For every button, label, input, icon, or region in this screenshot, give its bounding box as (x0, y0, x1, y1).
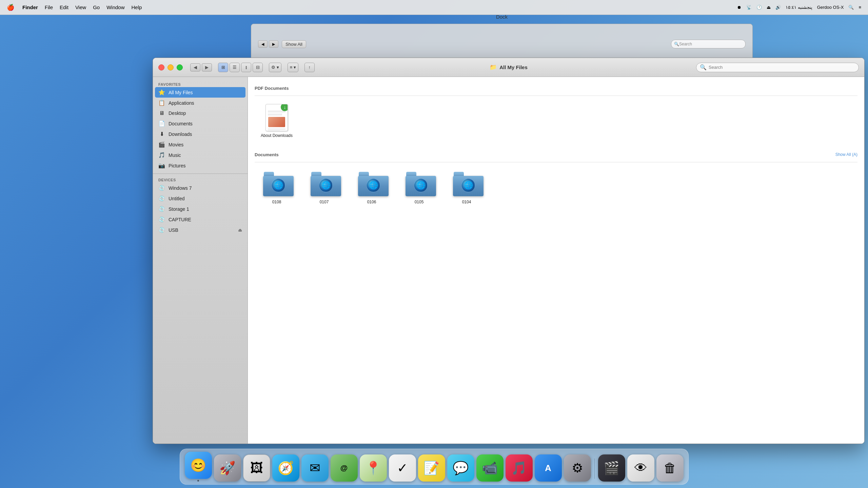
sidebar-item-storage1[interactable]: 💿 Storage 1 (153, 204, 248, 214)
dock-panel-back[interactable]: ◀ (258, 40, 268, 48)
menu-view[interactable]: View (75, 4, 86, 10)
menubar-time: ۱٥:٤۱ پنجشنبه (786, 5, 812, 10)
file-item-0108[interactable]: 0108 (258, 170, 295, 205)
dock-item-launchpad[interactable]: 🚀 (214, 454, 241, 482)
dock-panel-search[interactable]: 🔍 Search (671, 40, 746, 48)
file-item-0104[interactable]: 0104 (448, 170, 485, 205)
dock-item-dvdplayer[interactable]: 🎬 (598, 454, 625, 482)
eject-button[interactable]: ⏏ (238, 227, 242, 232)
sidebar-item-untitled[interactable]: 💿 Untitled (153, 193, 248, 204)
dock-item-preview[interactable]: 👁 (627, 454, 654, 482)
sidebar-item-all-my-files[interactable]: ⭐ All My Files (155, 87, 245, 98)
apple-menu[interactable]: 🍎 (7, 4, 14, 11)
dock-item-address-book[interactable]: @ (331, 454, 358, 482)
menu-window[interactable]: Window (106, 4, 124, 10)
sidebar-item-movies[interactable]: 🎬 Movies (153, 139, 248, 150)
dock-item-finder[interactable]: 😊 (185, 452, 212, 482)
search-icon: 🔍 (700, 64, 707, 70)
file-name-0104: 0104 (462, 200, 471, 205)
sidebar-section-favorites: FAVORITES (153, 81, 248, 87)
file-item-0105[interactable]: 0105 (400, 170, 438, 205)
dock-divider (594, 459, 595, 479)
dock-icon-reminders: ✓ (389, 454, 416, 482)
arrange-button[interactable]: ≡ ▾ (288, 63, 298, 72)
sidebar-item-music[interactable]: 🎵 Music (153, 150, 248, 160)
menubar-search[interactable]: 🔍 (848, 5, 854, 10)
sidebar-item-documents[interactable]: 📄 Documents (153, 118, 248, 129)
dock-item-trash[interactable]: 🗑 (656, 454, 684, 482)
file-name-about-downloads: About Downloads (261, 133, 293, 139)
forward-button[interactable]: ▶ (202, 63, 212, 72)
file-item-0106[interactable]: 0106 (353, 170, 390, 205)
dock-item-mail[interactable]: ✉ (301, 454, 329, 482)
sidebar-section-devices: DEVICES (153, 177, 248, 183)
menubar: 🍎 Finder File Edit View Go Window Help ⏺… (0, 0, 868, 15)
sidebar-divider (153, 174, 248, 174)
nav-buttons: ◀ ▶ (190, 63, 212, 72)
sidebar-label-music: Music (169, 152, 181, 158)
column-view-button[interactable]: ⫿ (241, 63, 251, 72)
minimize-button[interactable] (167, 64, 174, 70)
sidebar-icon-windows7: 💿 (158, 185, 165, 191)
dock-item-maps[interactable]: 📍 (360, 454, 387, 482)
file-name-0107: 0107 (320, 200, 329, 205)
maximize-button[interactable] (177, 64, 183, 70)
sidebar-item-applications[interactable]: 📋 Applications (153, 98, 248, 108)
menu-go[interactable]: Go (93, 4, 100, 10)
folder-icon-0105 (406, 172, 433, 196)
sidebar-item-capture[interactable]: 💿 CAPTURE (153, 214, 248, 225)
file-name-0105: 0105 (415, 200, 424, 205)
dock-item-photos[interactable]: 🖼 (243, 454, 270, 482)
sidebar-item-pictures[interactable]: 📷 Pictures (153, 160, 248, 171)
dock-icon-trash: 🗑 (656, 454, 684, 482)
dock-item-notes[interactable]: 📝 (418, 454, 445, 482)
pdf-badge: ↓ (281, 104, 288, 111)
dock-item-reminders[interactable]: ✓ (389, 454, 416, 482)
folder-body (263, 176, 294, 196)
sidebar-item-downloads[interactable]: ⬇ Downloads (153, 129, 248, 139)
search-input[interactable] (709, 65, 855, 70)
dock-show-all[interactable]: Show All (282, 40, 306, 48)
file-item-0107[interactable]: 0107 (305, 170, 343, 205)
arrange-toolbar: ≡ ▾ (288, 63, 298, 72)
dock-item-appstore[interactable]: A (535, 454, 562, 482)
dock-item-sysprefs[interactable]: ⚙ (564, 454, 591, 482)
sidebar-item-desktop[interactable]: 🖥 Desktop (153, 108, 248, 118)
dock-item-itunes[interactable]: 🎵 (506, 454, 533, 482)
search-bar[interactable]: 🔍 (696, 63, 859, 72)
cover-view-button[interactable]: ⊟ (253, 63, 263, 72)
menubar-notifications[interactable]: ≡ (859, 5, 861, 10)
sidebar-icon-all-my-files: ⭐ (158, 89, 165, 96)
list-view-button[interactable]: ☰ (230, 63, 240, 72)
sidebar-item-windows7[interactable]: 💿 Windows 7 (153, 183, 248, 193)
show-all-button[interactable]: Show All (A) (835, 152, 857, 157)
dock-icon-dvdplayer: 🎬 (598, 454, 625, 482)
menu-finder[interactable]: Finder (22, 4, 38, 10)
back-button[interactable]: ◀ (190, 63, 200, 72)
sidebar-icon-movies: 🎬 (158, 141, 165, 148)
sidebar-label-pictures: Pictures (169, 163, 186, 168)
menu-edit[interactable]: Edit (60, 4, 68, 10)
menubar-volume[interactable]: 🔊 (775, 5, 781, 10)
dock-item-facetime[interactable]: 📹 (476, 454, 504, 482)
menubar-timemachine: 🕐 (756, 5, 762, 10)
pdf-section-divider (255, 96, 857, 96)
folder-body-0105 (406, 176, 436, 196)
action-button[interactable]: ⚙ ▾ (269, 63, 281, 72)
file-item-about-downloads[interactable]: ↓ About Downloads (258, 104, 295, 139)
dock-item-safari[interactable]: 🧭 (272, 454, 299, 482)
close-button[interactable] (158, 64, 164, 70)
menu-file[interactable]: File (45, 4, 53, 10)
dock-icon-preview: 👁 (627, 454, 654, 482)
dock-item-messages[interactable]: 💬 (447, 454, 474, 482)
sidebar-item-usb[interactable]: 💿 USB ⏏ (153, 225, 248, 235)
icon-view-button[interactable]: ⊞ (218, 63, 228, 72)
dock-panel-forward[interactable]: ▶ (269, 40, 278, 48)
menubar-airplay: 📡 (746, 5, 752, 10)
documents-section-header: Documents Show All (A) (255, 152, 857, 157)
menu-help[interactable]: Help (132, 4, 142, 10)
sidebar-label-documents: Documents (169, 121, 193, 126)
pdf-section-header: PDF Documents (255, 86, 857, 91)
share-button[interactable]: ↑ (304, 63, 315, 72)
title-bar: ◀ ▶ ⊞ ☰ ⫿ ⊟ ⚙ ▾ ≡ ▾ ↑ 📁 All My Files 🔍 (153, 58, 864, 77)
